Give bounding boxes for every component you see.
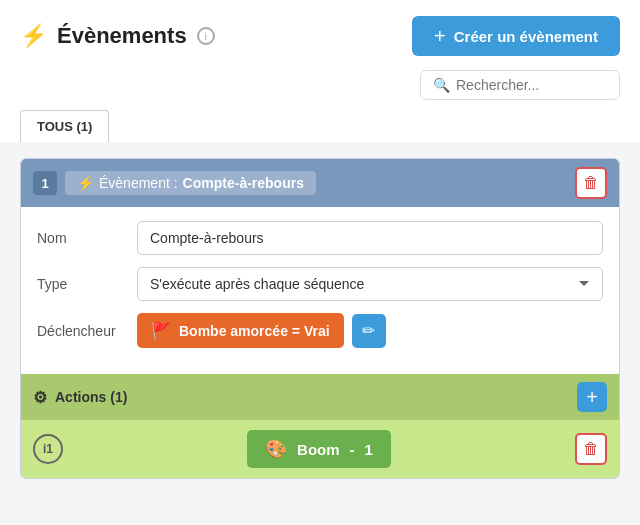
delete-event-button[interactable]: 🗑 xyxy=(575,167,607,199)
tab-tous[interactable]: TOUS (1) xyxy=(20,110,109,142)
page-title: Évènements xyxy=(57,23,187,49)
type-label: Type xyxy=(37,276,137,292)
bolt-small-icon: ⚡ xyxy=(77,175,94,191)
page-header: ⚡ Évènements i + Créer un évènement xyxy=(0,0,640,64)
plus-icon: + xyxy=(434,26,446,46)
card-header-left: 1 ⚡ Évènement : Compte-à-rebours xyxy=(33,171,316,195)
info-icon[interactable]: i xyxy=(197,27,215,45)
add-action-button[interactable]: + xyxy=(577,382,607,412)
action-item: i1 🎨 Boom - 1 🗑 xyxy=(21,420,619,478)
create-button-label: Créer un évènement xyxy=(454,28,598,45)
type-select[interactable]: S'exécute après chaque séquence xyxy=(137,267,603,301)
trigger-badge: 🚩 Bombe amorcée = Vrai xyxy=(137,313,344,348)
search-input[interactable] xyxy=(456,77,607,93)
label-prefix: Évènement : xyxy=(99,175,178,191)
event-name-label: Compte-à-rebours xyxy=(183,175,304,191)
card-body: Nom Type S'exécute après chaque séquence… xyxy=(21,207,619,374)
delete-action-button[interactable]: 🗑 xyxy=(575,433,607,465)
search-icon: 🔍 xyxy=(433,77,450,93)
action-badge: 🎨 Boom - 1 xyxy=(247,430,391,468)
event-card: 1 ⚡ Évènement : Compte-à-rebours 🗑 Nom T… xyxy=(20,158,620,479)
trigger-field-row: Déclencheur 🚩 Bombe amorcée = Vrai ✏ xyxy=(37,313,603,348)
card-number: 1 xyxy=(33,171,57,195)
gear-icon: ⚙ xyxy=(33,388,47,407)
trigger-row: 🚩 Bombe amorcée = Vrai ✏ xyxy=(137,313,386,348)
actions-text: Actions (1) xyxy=(55,389,127,405)
card-label: ⚡ Évènement : Compte-à-rebours xyxy=(65,171,316,195)
name-label: Nom xyxy=(37,230,137,246)
action-value: 1 xyxy=(365,441,373,458)
action-content: 🎨 Boom - 1 xyxy=(63,430,575,468)
trigger-text: Bombe amorcée = Vrai xyxy=(179,323,330,339)
action-number-badge: i1 xyxy=(33,434,63,464)
edit-trigger-button[interactable]: ✏ xyxy=(352,314,386,348)
actions-bar: ⚙ Actions (1) + xyxy=(21,374,619,420)
tabs-row: TOUS (1) xyxy=(0,110,640,142)
palette-icon: 🎨 xyxy=(265,438,287,460)
trigger-label: Déclencheur xyxy=(37,323,137,339)
type-field-row: Type S'exécute après chaque séquence xyxy=(37,267,603,301)
card-header: 1 ⚡ Évènement : Compte-à-rebours 🗑 xyxy=(21,159,619,207)
search-row: 🔍 xyxy=(0,64,640,110)
search-box: 🔍 xyxy=(420,70,620,100)
name-input[interactable] xyxy=(137,221,603,255)
action-separator: - xyxy=(350,441,355,458)
edit-icon: ✏ xyxy=(362,321,375,340)
main-content: 1 ⚡ Évènement : Compte-à-rebours 🗑 Nom T… xyxy=(0,142,640,495)
create-event-button[interactable]: + Créer un évènement xyxy=(412,16,620,56)
flag-icon: 🚩 xyxy=(151,321,171,340)
action-name: Boom xyxy=(297,441,340,458)
header-left: ⚡ Évènements i xyxy=(20,23,215,49)
name-field-row: Nom xyxy=(37,221,603,255)
bolt-icon: ⚡ xyxy=(20,23,47,49)
actions-label: ⚙ Actions (1) xyxy=(33,388,127,407)
